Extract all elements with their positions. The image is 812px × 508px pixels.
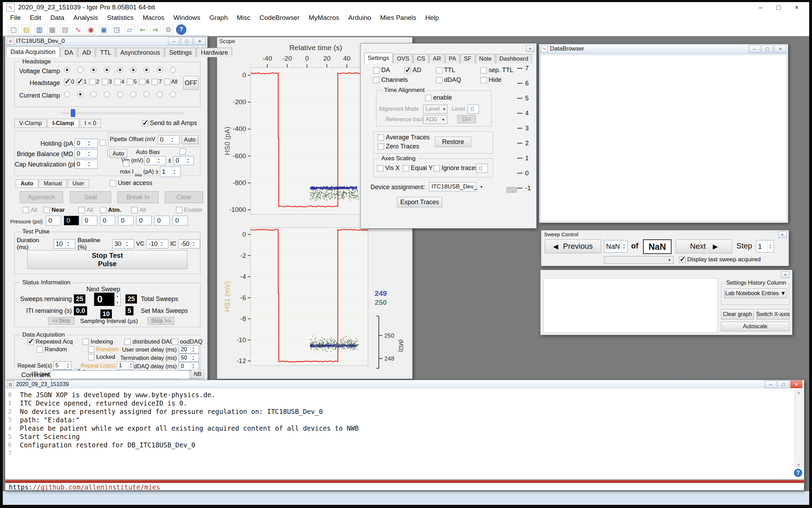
- vm-range-input[interactable]: 0: [174, 156, 194, 165]
- lab-notebook-entries-dropdown[interactable]: Lab Notebook Entries ▼: [724, 288, 787, 298]
- restore-icon[interactable]: □: [776, 3, 781, 11]
- scale-slider-thumb[interactable]: [506, 187, 517, 193]
- do-button[interactable]: Do!: [457, 115, 476, 123]
- termination-delay-input[interactable]: 50: [179, 354, 199, 362]
- breakin-all-checkbox[interactable]: All: [131, 207, 146, 214]
- spinner-arrows-icon[interactable]: [190, 354, 196, 362]
- device-tab[interactable]: Data Acquisition: [6, 46, 60, 57]
- pressure-value-input[interactable]: 0: [173, 216, 188, 225]
- device-tab[interactable]: AD: [78, 48, 95, 57]
- cap-neutralization-checkbox[interactable]: [123, 160, 129, 167]
- pressure-value-input[interactable]: 0: [64, 216, 79, 225]
- pressure-mode-tab[interactable]: User: [68, 179, 89, 188]
- export-traces-button[interactable]: Export Traces: [397, 197, 442, 207]
- pipette-offset-input[interactable]: 0: [158, 135, 179, 144]
- data-table-icon[interactable]: ▣: [99, 24, 109, 35]
- headstage-checkbox[interactable]: 0: [64, 79, 74, 85]
- minimize-icon[interactable]: –: [749, 45, 760, 53]
- open-folder-icon[interactable]: ▤: [21, 24, 32, 35]
- close-icon[interactable]: ×: [781, 271, 789, 278]
- user-onset-delay-input[interactable]: 20: [179, 345, 199, 354]
- pipette-auto-button[interactable]: Auto: [182, 135, 198, 144]
- new-experiment-icon[interactable]: ▢: [8, 24, 19, 35]
- level-input[interactable]: 0: [468, 105, 479, 114]
- graph-browser-icon[interactable]: ◳: [112, 24, 122, 35]
- menu-item[interactable]: File: [6, 14, 25, 22]
- pressure-value-input[interactable]: 0: [154, 216, 170, 225]
- voltage-clamp-radio[interactable]: [77, 67, 83, 73]
- command-window-titlebar[interactable]: ▤ 2020_09_23_151039 – □ ×: [5, 380, 804, 389]
- menu-item[interactable]: Data: [46, 14, 69, 22]
- current-clamp-radio[interactable]: [130, 91, 136, 97]
- spinner-arrows-icon[interactable]: [114, 293, 121, 306]
- clear-enable-checkbox[interactable]: Enable: [176, 207, 202, 214]
- next-sweep-input[interactable]: 0: [94, 293, 121, 306]
- command-input-line[interactable]: https: //github.com/alleninstitute/mies: [9, 483, 804, 491]
- databrowser-window[interactable]: ∿ DataBrowser – □ ×: [539, 44, 788, 223]
- alignment-mode-dropdown[interactable]: Level: [423, 105, 447, 114]
- spinner-arrows-icon[interactable]: [156, 156, 161, 165]
- headstage-checkbox[interactable]: 1: [77, 79, 87, 85]
- equal-y-checkbox[interactable]: Equal Y: [403, 164, 433, 172]
- distributed-daq-checkbox[interactable]: distributed DAQ: [124, 338, 174, 345]
- current-clamp-radio[interactable]: [157, 91, 163, 97]
- menu-item[interactable]: MyMacros: [304, 14, 344, 22]
- browser-settings-panel[interactable]: × SettingsOVSCSARPASFNoteDashboard DA AD…: [360, 43, 537, 229]
- settings-tab[interactable]: OVS: [393, 54, 413, 63]
- settings-tab[interactable]: PA: [445, 54, 460, 63]
- device-panel-titlebar[interactable]: ≣ ITC18USB_Dev_0 – □ ×: [5, 37, 207, 46]
- holding-input[interactable]: 0: [75, 139, 98, 148]
- settings-tab[interactable]: Note: [476, 54, 495, 63]
- command-window[interactable]: ▤ 2020_09_23_151039 – □ × 0The JSON XOP …: [5, 380, 804, 491]
- current-clamp-radio[interactable]: [91, 91, 97, 97]
- close-icon[interactable]: ×: [790, 380, 802, 388]
- copy-layout-icon[interactable]: ▧: [60, 24, 70, 35]
- close-icon[interactable]: ×: [526, 45, 534, 52]
- pressure-value-input[interactable]: 0: [118, 216, 133, 225]
- clear-button[interactable]: Clear: [165, 191, 203, 203]
- da-checkbox[interactable]: DA: [373, 67, 390, 74]
- slider-thumb[interactable]: [71, 109, 75, 117]
- device-tab[interactable]: Asynchronous: [116, 48, 164, 57]
- clamp-mode-slider[interactable]: [61, 109, 183, 117]
- settings-tab[interactable]: CS: [413, 54, 429, 63]
- new-graph-icon[interactable]: ∿: [73, 24, 83, 35]
- menu-item[interactable]: Edit: [25, 14, 46, 22]
- skip-back-button[interactable]: <<Skip: [48, 317, 75, 325]
- headstage-checkbox[interactable]: All: [164, 79, 177, 85]
- max-ibias-input[interactable]: 1: [160, 167, 181, 177]
- spinner-arrows-icon[interactable]: [190, 362, 196, 370]
- time-alignment-enable-checkbox[interactable]: enable: [425, 94, 452, 101]
- bridge-auto-button[interactable]: Auto: [109, 149, 127, 158]
- voltage-clamp-radio[interactable]: [157, 67, 163, 73]
- settings-gear-icon[interactable]: ⚙: [163, 24, 174, 35]
- spinner-arrows-icon[interactable]: [65, 240, 71, 248]
- seal-all-checkbox[interactable]: All: [78, 207, 93, 214]
- seal-button[interactable]: Seal: [70, 191, 111, 203]
- ttl-checkbox[interactable]: TTL: [436, 67, 455, 74]
- device-tab[interactable]: DA: [60, 48, 77, 57]
- help-icon[interactable]: ?: [176, 24, 186, 35]
- approach-near-checkbox[interactable]: Near: [44, 207, 65, 214]
- menu-item[interactable]: Mies Panels: [376, 14, 421, 22]
- reference-trace-dropdown[interactable]: AD0: [423, 115, 447, 124]
- hide-checkbox[interactable]: Hide: [481, 76, 501, 84]
- settings-tab[interactable]: SF: [460, 54, 475, 63]
- headstage-checkbox[interactable]: 4: [114, 79, 124, 85]
- approach-all-checkbox[interactable]: All: [23, 207, 37, 214]
- settings-tab[interactable]: AR: [429, 54, 445, 63]
- clamp-mode-tab[interactable]: I = 0: [80, 119, 101, 128]
- menu-item[interactable]: Graph: [205, 14, 232, 22]
- ignore-traces-checkbox[interactable]: Ignore traces: [434, 164, 478, 172]
- current-clamp-radio[interactable]: [144, 91, 150, 97]
- menu-item[interactable]: Misc: [232, 14, 255, 22]
- restore-icon[interactable]: □: [777, 380, 789, 388]
- vm-input[interactable]: 0: [144, 156, 166, 165]
- spinner-arrows-icon[interactable]: [621, 240, 627, 252]
- nb-button[interactable]: NB: [191, 370, 204, 379]
- skip-forward-button[interactable]: Skip >>: [148, 317, 174, 325]
- sweep-list-dropdown[interactable]: [604, 256, 674, 264]
- ignore-traces-input[interactable]: 0: [476, 164, 488, 173]
- spinner-arrows-icon[interactable]: [86, 139, 92, 147]
- close-icon[interactable]: ×: [194, 37, 206, 45]
